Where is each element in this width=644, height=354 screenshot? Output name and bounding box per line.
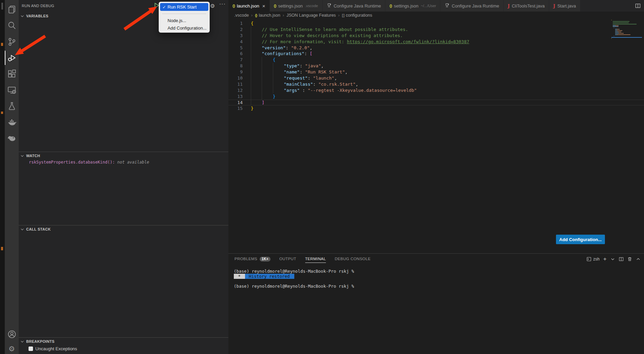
terminal-shell-picker[interactable]: zsh [587, 257, 599, 262]
terminal-output[interactable]: (base) reynoldmorel@Reynolds-MacBook-Pro… [228, 264, 644, 289]
breadcrumb-label: JSON Language Features [286, 13, 336, 18]
code-line[interactable]: 11 "mainClass": "co.rsk.Start", [228, 81, 644, 87]
editor-area: {}launch.json×{}settings.json.vscodeConf… [228, 0, 644, 354]
line-content: } [251, 94, 275, 100]
tab-label: Configure Java Runtime [334, 3, 381, 9]
kill-terminal-trash-icon[interactable] [627, 257, 632, 262]
close-icon[interactable]: × [262, 3, 265, 9]
debug-config-dropdown: ✓Run RSK StartNode.js...Add Configuratio… [159, 2, 210, 33]
minimap-current-line [611, 37, 642, 38]
new-terminal-icon[interactable]: + [603, 256, 607, 262]
java-file-icon: J [553, 3, 555, 9]
minimap[interactable] [611, 20, 642, 44]
extensions-icon[interactable] [5, 66, 19, 82]
watch-value: not available [115, 160, 149, 165]
chevron-down-icon[interactable] [610, 257, 615, 262]
remote-explorer-icon[interactable] [5, 82, 19, 98]
panel-tab-problems[interactable]: PROBLEMS1K+ [234, 254, 271, 264]
search-icon[interactable] [5, 18, 19, 33]
menu-item-add-configuration[interactable]: Add Configuration... [159, 24, 210, 32]
panel-tab-label: OUTPUT [279, 254, 296, 264]
code-line[interactable]: 7 { [228, 57, 644, 63]
gradle-icon[interactable] [5, 130, 19, 146]
section-header-watch[interactable]: WATCH [19, 152, 228, 159]
breadcrumb-label: configurations [346, 13, 372, 18]
breadcrumb-separator: › [251, 13, 253, 18]
code-line[interactable]: 6 "configurations": [ [228, 51, 644, 57]
json-file-icon: {} [232, 4, 235, 8]
testing-icon[interactable] [5, 98, 19, 114]
code-editor[interactable]: 1{2 // Use IntelliSense to learn about p… [228, 19, 644, 253]
terminal-line: (base) reynoldmorel@Reynolds-MacBook-Pro… [234, 269, 644, 274]
chevron-down-icon [20, 227, 24, 231]
code-line[interactable]: 4 // For more information, visit: https:… [228, 39, 644, 45]
tab-label: Configure Java Runtime [452, 3, 499, 9]
code-link[interactable]: https://go.microsoft.com/fwlink/?linkid=… [347, 39, 469, 44]
line-number: 1 [228, 20, 243, 27]
maximize-panel-icon[interactable] [636, 257, 641, 262]
docker-icon[interactable] [5, 114, 19, 130]
editor-tab[interactable]: {}launch.json× [228, 0, 270, 12]
chevron-down-icon [20, 14, 24, 18]
breakpoint-uncaught-exceptions[interactable]: Uncaught Exceptions [19, 345, 228, 352]
panel-tab-terminal[interactable]: TERMINAL [305, 254, 326, 264]
line-content: ] [251, 100, 264, 106]
add-configuration-button[interactable]: Add Configuration... [556, 235, 605, 244]
code-line[interactable]: 10 "request": "launch", [228, 75, 644, 81]
run-and-debug-icon[interactable] [5, 50, 19, 66]
editor-tab[interactable]: Configure Java Runtime [440, 0, 503, 12]
line-number: 10 [228, 75, 243, 81]
line-content: { [251, 20, 254, 27]
panel-tabbar: PROBLEMS1K+OUTPUTTERMINALDEBUG CONSOLE z… [228, 254, 644, 264]
breadcrumb-item[interactable]: JSON Language Features [286, 13, 336, 18]
watch-expression-row[interactable]: rskSystemProperties.databaseKind(): not … [19, 159, 228, 166]
menu-item-node-js[interactable]: Node.js... [159, 17, 210, 24]
settings-gear-icon[interactable]: ⚙ [5, 341, 19, 354]
code-line[interactable]: 5 "version": "0.2.0", [228, 45, 644, 51]
line-number: 11 [228, 81, 243, 87]
line-number: 4 [228, 39, 243, 45]
editor-tab[interactable]: JStart.java [549, 0, 580, 12]
breadcrumb-item[interactable]: .vscode [234, 13, 249, 18]
editor-tab[interactable]: Configure Java Runtime [323, 0, 385, 12]
source-control-icon[interactable] [5, 34, 19, 50]
menu-item-label: Node.js... [168, 18, 186, 23]
breakpoint-label: Uncaught Exceptions [35, 346, 77, 351]
line-content: "args" : "--regtest -Xkeyvalue.datasourc… [251, 87, 417, 94]
editor-tab[interactable]: JCliToolsTest.java [504, 0, 549, 12]
breadcrumb-item[interactable]: [ ]configurations [342, 13, 372, 18]
bottom-panel: PROBLEMS1K+OUTPUTTERMINALDEBUG CONSOLE z… [228, 253, 644, 354]
section-header-call-stack[interactable]: CALL STACK [19, 225, 228, 233]
menu-item-run-rsk-start[interactable]: ✓Run RSK Start [160, 3, 208, 11]
panel-tab-debug-console[interactable]: DEBUG CONSOLE [335, 254, 371, 264]
explorer-icon[interactable] [5, 2, 19, 17]
section-label: WATCH [26, 154, 40, 158]
breadcrumb-item[interactable]: {}launch.json [255, 13, 280, 18]
debug-settings-gear-icon[interactable]: ⚙ [210, 3, 215, 9]
code-line[interactable]: 8 "type": "java", [228, 63, 644, 69]
split-terminal-icon[interactable] [619, 257, 624, 262]
more-actions-icon[interactable]: ··· [219, 1, 226, 7]
editor-tabbar: {}launch.json×{}settings.json.vscodeConf… [228, 0, 644, 12]
line-number: 14 [228, 100, 243, 106]
tab-label: Start.java [557, 3, 576, 9]
code-line[interactable]: 2 // Use IntelliSense to learn about pos… [228, 27, 644, 33]
code-line[interactable]: 12 "args" : "--regtest -Xkeyvalue.dataso… [228, 87, 644, 94]
code-line[interactable]: 9 "name": "Run RSK Start", [228, 69, 644, 75]
code-line[interactable]: 13 } [228, 94, 644, 100]
code-line[interactable]: 15} [228, 105, 644, 112]
editor-tab[interactable]: {}settings.json~/.../User [385, 0, 440, 12]
line-number: 15 [228, 105, 243, 112]
debug-sidebar: RUN AND DEBUG ⚙ ··· VARIABLES WATCH rskS… [19, 0, 228, 354]
code-line[interactable]: 1{ [228, 20, 644, 27]
panel-tab-output[interactable]: OUTPUT [279, 254, 296, 264]
checkbox[interactable] [29, 347, 33, 351]
section-header-breakpoints[interactable]: BREAKPOINTS [19, 338, 228, 345]
split-editor-icon[interactable] [635, 3, 641, 9]
breadcrumb-label: .vscode [234, 13, 249, 18]
code-line[interactable]: 3 // Hover to view descriptions of exist… [228, 33, 644, 39]
line-number: 12 [228, 87, 243, 94]
account-icon[interactable] [5, 326, 19, 342]
editor-tab[interactable]: {}settings.json.vscode [270, 0, 323, 12]
code-line[interactable]: 14 ] [228, 100, 644, 106]
